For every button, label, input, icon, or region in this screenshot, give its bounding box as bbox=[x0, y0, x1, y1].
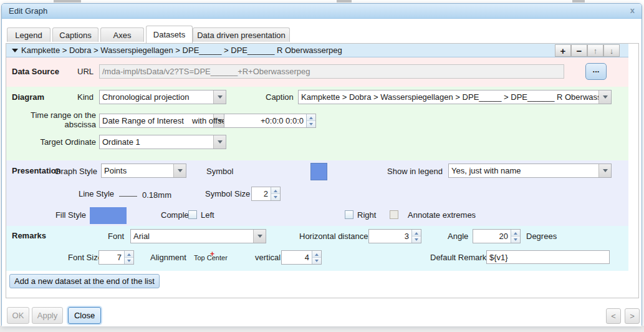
presentation-section: Presentation Graph Style Points Symbol S… bbox=[6, 160, 628, 226]
move-up-icon[interactable]: ↑ bbox=[587, 44, 603, 57]
data-source-section-label: Data Source bbox=[12, 67, 59, 76]
tab-legend-label: Legend bbox=[15, 31, 42, 40]
font-size-spinner[interactable]: 7 bbox=[99, 250, 134, 265]
background-page-area bbox=[0, 326, 644, 332]
alignment-label: Alignment bbox=[150, 253, 186, 262]
chevron-down-icon[interactable] bbox=[598, 90, 611, 104]
spin-up-icon[interactable] bbox=[125, 251, 133, 257]
spin-down-icon[interactable] bbox=[412, 236, 421, 243]
spin-down-icon[interactable] bbox=[271, 193, 280, 200]
alignment-marker-icon: + bbox=[210, 250, 214, 258]
graph-style-value: Points bbox=[102, 164, 173, 177]
spin-up-icon[interactable] bbox=[271, 187, 280, 193]
symbol-label: Symbol bbox=[206, 167, 233, 176]
fill-style-swatch[interactable] bbox=[90, 207, 127, 224]
caption-label: Caption bbox=[266, 92, 294, 102]
vertical-label: vertical bbox=[255, 253, 281, 262]
dataset-header[interactable]: Kampkette > Dobra > Wasserspiegellagen >… bbox=[6, 44, 628, 57]
add-new-dataset-button[interactable]: Add a new dataset at the end of the list bbox=[9, 274, 160, 288]
tab-legend[interactable]: Legend bbox=[7, 27, 50, 42]
right-checkbox[interactable] bbox=[345, 210, 353, 219]
angle-spinner[interactable]: 20 bbox=[473, 229, 521, 243]
fill-style-label: Fill Style bbox=[24, 210, 86, 220]
font-size-label: Font Size bbox=[68, 253, 102, 262]
close-button[interactable]: Close bbox=[68, 307, 101, 324]
chevron-down-icon[interactable] bbox=[213, 135, 226, 149]
tab-captions[interactable]: Captions bbox=[52, 27, 99, 42]
tab-datasets[interactable]: Datasets bbox=[146, 26, 193, 43]
line-style-label: Line Style bbox=[44, 189, 114, 198]
spin-down-icon[interactable] bbox=[307, 120, 315, 127]
right-label: Right bbox=[357, 210, 376, 220]
angle-label: Angle bbox=[448, 232, 468, 241]
graph-style-select[interactable]: Points bbox=[101, 164, 186, 178]
target-ordinate-value: Ordinate 1 bbox=[100, 135, 213, 149]
default-remark-label: Default Remark bbox=[430, 253, 486, 262]
apply-button[interactable]: Apply bbox=[32, 307, 63, 324]
symbol-color-swatch[interactable] bbox=[310, 163, 327, 180]
time-range-label-line1: Time range on the bbox=[19, 110, 96, 120]
horizontal-distance-spinner[interactable]: 3 bbox=[368, 229, 421, 243]
url-label: URL bbox=[77, 67, 94, 76]
degrees-label: Degrees bbox=[526, 232, 557, 241]
prev-page-button[interactable]: < bbox=[606, 308, 621, 324]
annotate-extremes-checkbox[interactable] bbox=[390, 210, 398, 219]
offset-spinner[interactable]: +0:0:0 0:0:0 bbox=[224, 114, 316, 128]
time-range-label: Time range on the abscissa bbox=[19, 110, 96, 129]
horizontal-distance-label: Horizontal distance bbox=[299, 232, 368, 241]
line-style-value: 0.18mm bbox=[142, 190, 171, 200]
tab-data-driven-presentation-label: Data driven presentation bbox=[197, 31, 286, 40]
close-icon[interactable]: x bbox=[630, 6, 635, 15]
symbol-size-value: 2 bbox=[252, 187, 271, 200]
ok-button[interactable]: OK bbox=[7, 307, 29, 324]
show-in-legend-value: Yes, just with name bbox=[449, 164, 598, 177]
edit-graph-dialog: Edit Graph x Legend Captions Axes Datase… bbox=[1, 3, 642, 326]
chevron-down-icon[interactable] bbox=[173, 164, 186, 177]
browse-url-button[interactable]: ... bbox=[585, 63, 607, 80]
chevron-down-icon[interactable] bbox=[253, 230, 266, 243]
diagram-section: Diagram Kind Chronological projection Ca… bbox=[6, 87, 628, 160]
add-dataset-button[interactable]: + bbox=[555, 44, 571, 57]
line-style-preview[interactable] bbox=[119, 196, 137, 197]
font-select[interactable]: Arial bbox=[130, 229, 266, 243]
dataset-breadcrumb: Kampkette > Dobra > Wasserspiegellagen >… bbox=[21, 46, 342, 55]
dialog-footer: OK Apply Close < > bbox=[2, 298, 642, 326]
spin-up-icon[interactable] bbox=[511, 230, 520, 236]
spin-down-icon[interactable] bbox=[511, 236, 520, 243]
time-range-label-line2: abscissa bbox=[19, 120, 96, 129]
diagram-section-label: Diagram bbox=[12, 92, 44, 102]
symbol-size-spinner[interactable]: 2 bbox=[251, 187, 281, 201]
font-value: Arial bbox=[131, 230, 253, 243]
show-in-legend-select[interactable]: Yes, just with name bbox=[448, 164, 612, 178]
tab-data-driven-presentation[interactable]: Data driven presentation bbox=[193, 27, 290, 42]
spin-up-icon[interactable] bbox=[307, 114, 315, 120]
offset-label: with offset bbox=[192, 116, 228, 125]
angle-value: 20 bbox=[473, 230, 511, 243]
spin-down-icon[interactable] bbox=[125, 257, 133, 264]
left-checkbox[interactable] bbox=[188, 210, 197, 219]
caption-select[interactable]: Kampkette > Dobra > Wasserspiegellagen >… bbox=[298, 90, 612, 104]
kind-select[interactable]: Chronological projection bbox=[99, 90, 226, 104]
offset-value: +0:0:0 0:0:0 bbox=[224, 114, 306, 127]
screen: Edit Graph x Legend Captions Axes Datase… bbox=[0, 0, 644, 332]
alignment-control[interactable]: Top Center + bbox=[194, 254, 228, 261]
tab-axes[interactable]: Axes bbox=[100, 27, 144, 42]
spin-up-icon[interactable] bbox=[412, 230, 421, 236]
datasets-panel: Kampkette > Dobra > Wasserspiegellagen >… bbox=[6, 43, 639, 298]
dialog-titlebar: Edit Graph x bbox=[2, 4, 642, 19]
remarks-section-label: Remarks bbox=[12, 231, 46, 240]
collapse-icon[interactable] bbox=[12, 49, 18, 52]
spin-down-icon[interactable] bbox=[312, 257, 321, 264]
spin-up-icon[interactable] bbox=[312, 251, 321, 257]
vertical-spinner[interactable]: 4 bbox=[281, 250, 322, 265]
target-ordinate-select[interactable]: Ordinate 1 bbox=[99, 135, 226, 149]
default-remark-input[interactable]: ${v1} bbox=[486, 250, 610, 264]
chevron-down-icon[interactable] bbox=[598, 164, 611, 177]
graph-style-label: Graph Style bbox=[19, 167, 97, 176]
chevron-down-icon[interactable] bbox=[213, 90, 226, 104]
next-page-button[interactable]: > bbox=[625, 308, 640, 324]
remove-dataset-button[interactable]: − bbox=[571, 44, 587, 57]
font-size-value: 7 bbox=[99, 251, 124, 264]
url-input[interactable]: /mda-impl/tsData/v2?TS=DPE______+R+Oberw… bbox=[99, 64, 564, 79]
move-down-icon[interactable]: ↓ bbox=[603, 44, 620, 57]
